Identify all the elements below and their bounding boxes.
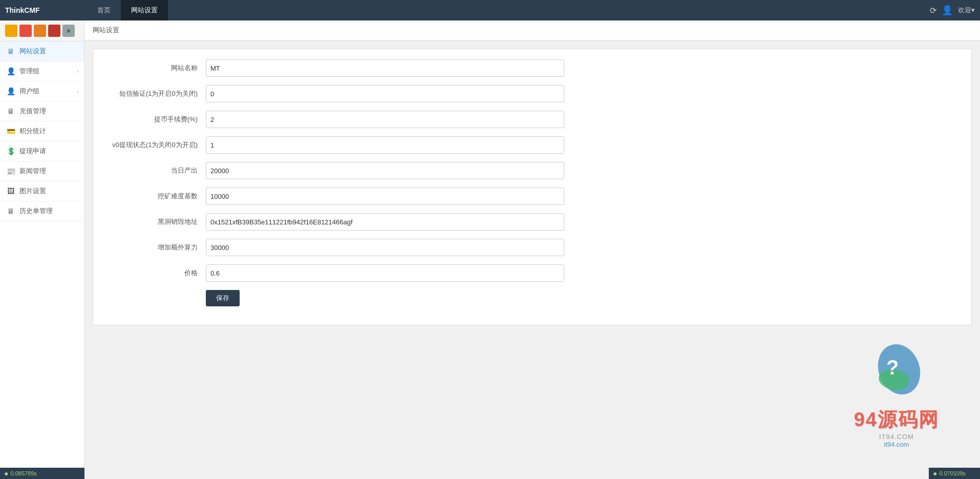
input-price[interactable] bbox=[206, 264, 564, 282]
sidebar-item-label: 网站设置 bbox=[19, 47, 46, 56]
toolbar-yellow-btn[interactable] bbox=[5, 25, 17, 37]
sidebar-item-website-settings[interactable]: 🖥 网站设置 bbox=[0, 41, 84, 61]
sidebar-item-recharge[interactable]: 🖥 充值管理 bbox=[0, 101, 84, 121]
admin-group-icon: 👤 bbox=[6, 67, 15, 76]
sidebar-item-image[interactable]: 🖼 图片设置 bbox=[0, 181, 84, 201]
sidebar-item-label: 提现申请 bbox=[19, 147, 46, 156]
header: ThinkCMF 首页 网站设置 ⟳ 👤 欢迎▾ bbox=[0, 0, 980, 20]
sidebar: ≡ 🖥 网站设置 👤 管理组 › 👤 用户组 › 🖥 充值管理 💳 bbox=[0, 20, 84, 479]
withdraw-icon: 💲 bbox=[6, 147, 15, 156]
sidebar-item-label: 历史单管理 bbox=[19, 206, 53, 216]
form-row-mining-difficulty: 挖矿难度基数 bbox=[103, 188, 961, 205]
label-price: 价格 bbox=[103, 268, 206, 278]
status-bar-right: ● 0.070109s bbox=[929, 468, 980, 479]
input-withdraw-fee[interactable] bbox=[206, 111, 564, 128]
form-row-sms-verify: 短信验证(1为开启0为关闭) bbox=[103, 85, 961, 102]
toolbar-red-btn[interactable] bbox=[19, 25, 32, 37]
sidebar-item-admin-group[interactable]: 👤 管理组 › bbox=[0, 61, 84, 81]
input-v0-withdraw[interactable] bbox=[206, 136, 564, 154]
label-mining-difficulty: 挖矿难度基数 bbox=[103, 192, 206, 201]
breadcrumb: 网站设置 bbox=[84, 20, 980, 40]
input-sms-verify[interactable] bbox=[206, 85, 564, 102]
form-row-price: 价格 bbox=[103, 264, 961, 282]
settings-form: 网站名称 短信验证(1为开启0为关闭) 提币手续费(%) v0提现状态(1为关闭… bbox=[93, 49, 972, 325]
form-row-black-hole: 黑洞销毁地址 bbox=[103, 213, 961, 231]
input-site-name[interactable] bbox=[206, 59, 564, 77]
sidebar-item-withdraw[interactable]: 💲 提现申请 bbox=[0, 141, 84, 161]
main-nav: 首页 网站设置 bbox=[87, 0, 930, 20]
status-bar-left: ● 0.085789s bbox=[0, 468, 84, 479]
input-black-hole[interactable] bbox=[206, 213, 564, 231]
green-dot-left: ● bbox=[4, 469, 8, 477]
sidebar-menu: 🖥 网站设置 👤 管理组 › 👤 用户组 › 🖥 充值管理 💳 积分统计 bbox=[0, 41, 84, 479]
sidebar-item-points[interactable]: 💳 积分统计 bbox=[0, 121, 84, 141]
status-time-left: 0.085789s bbox=[10, 470, 36, 476]
green-dot-right: ● bbox=[933, 469, 937, 477]
website-settings-icon: 🖥 bbox=[6, 47, 15, 56]
form-row-site-name: 网站名称 bbox=[103, 59, 961, 77]
main-content: 网站设置 网站名称 短信验证(1为开启0为关闭) 提币手续费(%) v0提现状态… bbox=[84, 20, 980, 479]
form-row-daily-output: 当日产出 bbox=[103, 162, 961, 179]
status-time-right: 0.070109s bbox=[939, 470, 965, 476]
sidebar-item-label: 管理组 bbox=[19, 67, 39, 76]
nav-home[interactable]: 首页 bbox=[87, 0, 121, 20]
sidebar-item-news[interactable]: 📰 新闻管理 bbox=[0, 161, 84, 181]
form-row-v0-withdraw: v0提现状态(1为关闭0为开启) bbox=[103, 136, 961, 154]
sidebar-item-label: 图片设置 bbox=[19, 186, 46, 196]
sidebar-item-user-group[interactable]: 👤 用户组 › bbox=[0, 81, 84, 101]
input-daily-output[interactable] bbox=[206, 162, 564, 179]
header-right: ⟳ 👤 欢迎▾ bbox=[930, 5, 975, 16]
toolbar-orange-btn[interactable] bbox=[34, 25, 46, 37]
chevron-right-icon: › bbox=[77, 88, 79, 94]
label-sms-verify: 短信验证(1为开启0为关闭) bbox=[103, 89, 206, 98]
history-icon: 🖥 bbox=[6, 206, 15, 216]
label-extra-hashrate: 增加额外算力 bbox=[103, 243, 206, 252]
label-withdraw-fee: 提币手续费(%) bbox=[103, 115, 206, 124]
form-row-extra-hashrate: 增加额外算力 bbox=[103, 239, 961, 256]
input-mining-difficulty[interactable] bbox=[206, 188, 564, 205]
logo: ThinkCMF bbox=[5, 6, 87, 14]
label-site-name: 网站名称 bbox=[103, 64, 206, 73]
sidebar-item-history[interactable]: 🖥 历史单管理 bbox=[0, 201, 84, 221]
sidebar-item-label: 积分统计 bbox=[19, 127, 46, 136]
image-icon: 🖼 bbox=[6, 186, 15, 196]
sidebar-item-label: 充值管理 bbox=[19, 107, 46, 116]
form-row-save: 保存 bbox=[103, 290, 961, 306]
input-extra-hashrate[interactable] bbox=[206, 239, 564, 256]
label-black-hole: 黑洞销毁地址 bbox=[103, 217, 206, 226]
breadcrumb-label: 网站设置 bbox=[93, 26, 119, 34]
nav-website-settings[interactable]: 网站设置 bbox=[121, 0, 168, 20]
app-layout: ≡ 🖥 网站设置 👤 管理组 › 👤 用户组 › 🖥 充值管理 💳 bbox=[0, 20, 980, 479]
sidebar-toolbar: ≡ bbox=[0, 20, 84, 41]
label-daily-output: 当日产出 bbox=[103, 166, 206, 175]
chevron-right-icon: › bbox=[77, 68, 79, 74]
points-icon: 💳 bbox=[6, 127, 15, 136]
toolbar-darkred-btn[interactable] bbox=[48, 25, 60, 37]
sidebar-item-label: 用户组 bbox=[19, 87, 39, 96]
recharge-icon: 🖥 bbox=[6, 107, 15, 116]
refresh-icon[interactable]: ⟳ bbox=[930, 6, 936, 15]
label-v0-withdraw: v0提现状态(1为关闭0为开启) bbox=[103, 140, 206, 150]
toolbar-gray-btn[interactable]: ≡ bbox=[62, 25, 75, 37]
sidebar-item-label: 新闻管理 bbox=[19, 166, 46, 176]
user-greeting[interactable]: 欢迎▾ bbox=[958, 6, 975, 15]
save-button[interactable]: 保存 bbox=[206, 290, 240, 306]
form-row-withdraw-fee: 提币手续费(%) bbox=[103, 111, 961, 128]
user-avatar-icon: 👤 bbox=[942, 5, 953, 16]
news-icon: 📰 bbox=[6, 166, 15, 176]
user-group-icon: 👤 bbox=[6, 87, 15, 96]
